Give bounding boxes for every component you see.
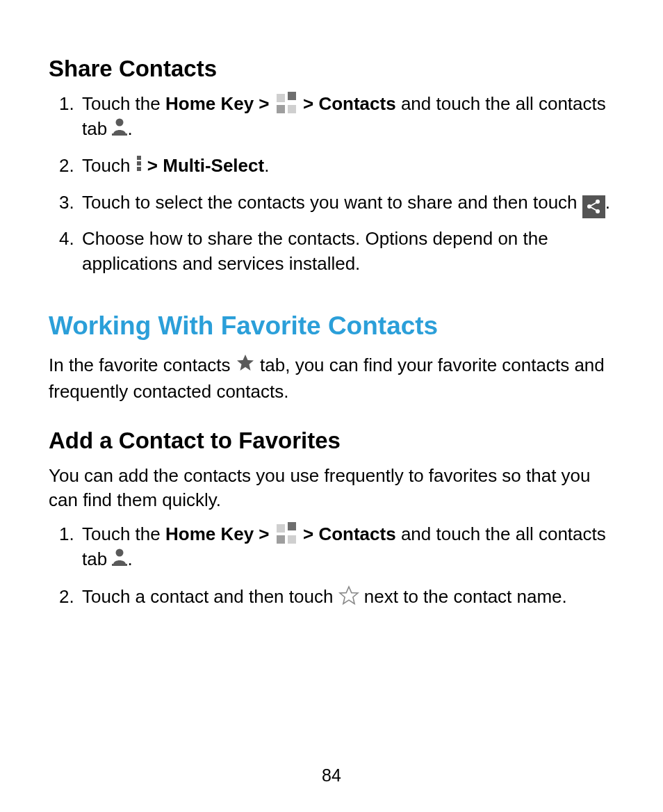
text: Touch a contact and then touch	[82, 586, 338, 607]
overflow-menu-icon	[136, 153, 142, 178]
svg-rect-6	[137, 156, 141, 160]
share-icon	[582, 195, 605, 218]
text: next to the contact name.	[364, 586, 567, 607]
text-bold: > Multi-Select	[147, 155, 264, 176]
svg-rect-16	[288, 522, 296, 530]
text: In the favorite contacts	[49, 355, 236, 375]
text: .	[264, 155, 269, 176]
text: Touch to select the contacts you want to…	[82, 192, 582, 213]
share-contacts-steps: Touch the Home Key > > Contacts and touc…	[49, 92, 614, 277]
text-bold: > Contacts	[303, 523, 396, 544]
text-bold: > Contacts	[303, 93, 396, 114]
apps-icon	[275, 522, 298, 546]
svg-line-13	[591, 207, 596, 211]
svg-rect-20	[112, 564, 127, 566]
text: Touch the	[82, 523, 165, 544]
text-bold: Home Key >	[165, 523, 275, 544]
page-number: 84	[0, 765, 663, 786]
text: Touch the	[82, 93, 165, 114]
svg-rect-0	[277, 94, 285, 102]
svg-rect-8	[137, 167, 141, 171]
text: .	[127, 118, 132, 139]
step-1: Touch the Home Key > > Contacts and touc…	[79, 92, 614, 143]
svg-rect-17	[277, 535, 285, 544]
add-favorites-intro: You can add the contacts you use frequen…	[49, 464, 614, 512]
svg-rect-3	[288, 105, 296, 113]
text: Choose how to share the contacts. Option…	[82, 228, 548, 274]
heading-working-with-favorite-contacts: Working With Favorite Contacts	[49, 311, 614, 341]
text: .	[127, 549, 132, 569]
svg-point-4	[116, 119, 124, 127]
text: Touch	[82, 155, 136, 176]
svg-rect-7	[137, 161, 141, 165]
heading-share-contacts: Share Contacts	[49, 56, 614, 82]
svg-marker-14	[237, 355, 254, 371]
svg-rect-18	[288, 535, 296, 544]
step-3: Touch to select the contacts you want to…	[79, 190, 614, 216]
contacts-tab-icon	[112, 116, 127, 141]
svg-rect-5	[112, 133, 127, 136]
step-2: Touch a contact and then touch next to t…	[79, 584, 614, 612]
svg-line-12	[591, 203, 596, 206]
svg-rect-1	[288, 92, 296, 100]
favorites-intro: In the favorite contacts tab, you can fi…	[49, 353, 614, 404]
svg-rect-2	[277, 105, 285, 113]
svg-rect-15	[277, 524, 285, 533]
contacts-tab-icon	[112, 546, 127, 571]
heading-add-contact-to-favorites: Add a Contact to Favorites	[49, 428, 614, 454]
add-favorites-steps: Touch the Home Key > > Contacts and touc…	[49, 522, 614, 612]
svg-marker-21	[340, 587, 358, 604]
step-4: Choose how to share the contacts. Option…	[79, 227, 614, 277]
apps-icon	[275, 92, 298, 115]
step-2: Touch > Multi-Select.	[79, 154, 614, 179]
page: Share Contacts Touch the Home Key > > Co…	[0, 0, 663, 812]
step-1: Touch the Home Key > > Contacts and touc…	[79, 522, 614, 573]
star-outline-icon	[338, 583, 359, 610]
svg-point-19	[116, 549, 124, 557]
star-filled-icon	[236, 352, 255, 377]
text-bold: Home Key >	[165, 93, 275, 114]
text: .	[605, 192, 610, 213]
